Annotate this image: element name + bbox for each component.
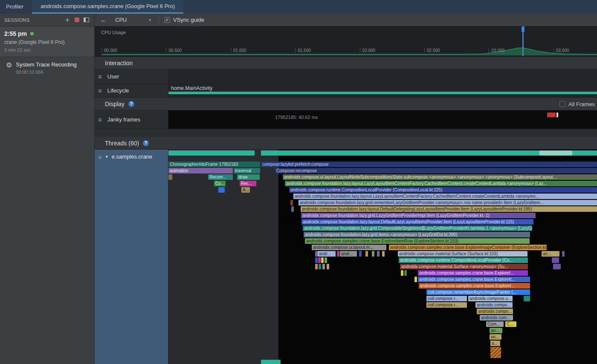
trace-span[interactable] <box>322 264 325 269</box>
trace-span[interactable]: androidx.compo... <box>475 302 513 308</box>
help-icon[interactable]: ? <box>128 101 134 107</box>
trace-span[interactable]: compose:lazylist:prefetch:compose <box>261 162 597 167</box>
trace-span[interactable] <box>321 257 324 263</box>
janky-frame-segment[interactable] <box>547 113 556 117</box>
trace-span[interactable] <box>524 296 530 301</box>
trace-span[interactable] <box>382 251 385 257</box>
drag-handle-icon[interactable]: ≡ <box>98 73 102 80</box>
trace-span[interactable] <box>539 150 572 156</box>
trace-span[interactable]: an... <box>490 328 502 333</box>
trace-span[interactable]: a... <box>490 341 500 346</box>
trace-span[interactable]: androidx.compose.u... <box>468 296 513 301</box>
trace-span[interactable]: andr... <box>318 251 336 257</box>
trace-span[interactable] <box>261 360 281 364</box>
trace-span[interactable] <box>372 251 374 257</box>
trace-span[interactable]: androidx.compose.foundation.lazy.layout.… <box>301 219 533 225</box>
flame-chart[interactable]: Choreographer#doFrame 17952183compose:la… <box>168 150 597 364</box>
trace-span[interactable]: androidx.compose.foundation.lazy.layout.… <box>301 206 597 212</box>
trace-span[interactable]: andr... <box>340 251 357 257</box>
drag-handle-icon[interactable]: ≡ <box>98 87 102 94</box>
trace-span[interactable]: traversal <box>234 168 260 173</box>
trace-span[interactable]: an... <box>542 251 559 257</box>
trace-span[interactable]: androidx.compo... <box>477 309 513 314</box>
collapse-thread-icon[interactable]: ▼ <box>105 155 109 159</box>
trace-span[interactable]: C... <box>505 321 516 327</box>
trace-span[interactable]: androidx.compose.runtime.CompositionLoca… <box>289 187 597 193</box>
trace-span[interactable] <box>490 347 501 358</box>
session-tab[interactable]: androidx.compose.samples.crane (Google P… <box>32 0 183 14</box>
trace-span[interactable] <box>562 251 565 257</box>
trace-span[interactable]: androidx.compose.runtime.CompositionLoca… <box>399 257 528 263</box>
vsync-guide-checkbox[interactable]: ✓ VSync guide <box>164 17 204 23</box>
trace-span[interactable]: androidx.compose.foundation.lazy.layout.… <box>285 181 597 186</box>
janky-frame-segment[interactable] <box>556 113 558 117</box>
trace-span[interactable]: A... <box>241 187 250 193</box>
trace-span[interactable]: androidx.compose.material.Surface.<anony… <box>400 264 528 269</box>
recording-item[interactable]: ⚙ System Trace Recording 00:00:10.656 <box>0 57 94 79</box>
trace-span[interactable]: Co... <box>214 181 226 186</box>
thread-row-header[interactable]: ≡ ▼ e.samples.crane <box>95 150 168 364</box>
trace-span[interactable] <box>552 257 559 263</box>
trace-span[interactable]: androidx.compose.foundation.lazy.grid.it… <box>304 232 530 237</box>
trace-span[interactable]: androidx.compose.samples.crane.base.Expl… <box>419 283 530 289</box>
trace-span[interactable]: androidx.compose.samples.crane.base.Expl… <box>418 277 530 282</box>
lifecycle-activity-bar[interactable] <box>168 92 597 94</box>
trace-span[interactable]: androidx.compose.foundation.lazy.grid.re… <box>298 200 597 205</box>
trace-span[interactable] <box>290 200 293 205</box>
trace-span[interactable]: androidx.com... <box>480 315 513 321</box>
trace-span[interactable] <box>168 150 255 156</box>
trace-span[interactable] <box>365 251 368 257</box>
trace-span[interactable] <box>315 264 318 269</box>
back-arrow-button[interactable]: ← <box>99 15 108 25</box>
trace-span[interactable]: androidx.compose.samples.crane.base.Expl… <box>418 270 528 276</box>
trace-span[interactable] <box>261 150 539 156</box>
trace-span[interactable] <box>291 206 294 212</box>
trace-span[interactable] <box>337 251 339 257</box>
trace-span[interactable] <box>414 277 417 282</box>
trace-span[interactable] <box>218 187 225 193</box>
trace-span[interactable]: androidx.compose.foundation.lazy.grid.La… <box>301 213 536 218</box>
trace-span[interactable]: androidx.compose.foundation.lazy.grid.Co… <box>303 225 532 231</box>
trace-span[interactable] <box>401 270 403 276</box>
trace-span[interactable] <box>318 257 321 263</box>
janky-frames-track[interactable]: 17952185: 40.62 ms <box>168 110 597 129</box>
trace-span[interactable]: androidx.compose.samples.crane.base.Expl… <box>389 245 547 250</box>
trace-span[interactable] <box>377 251 380 257</box>
trace-span[interactable] <box>553 264 561 269</box>
trace-span[interactable] <box>315 257 318 263</box>
collapse-panel-icon[interactable] <box>81 15 91 25</box>
help-icon[interactable]: ? <box>143 140 149 146</box>
trace-span[interactable]: Recom... <box>208 174 233 180</box>
trace-span[interactable] <box>359 251 362 257</box>
trace-span[interactable]: an... <box>490 334 501 340</box>
lifecycle-track[interactable]: home.MainActivity <box>168 84 597 97</box>
profiler-type-dropdown[interactable]: CPU ▾ <box>113 17 154 23</box>
session-entry[interactable]: 2:55 pm crane (Google Pixel 6 Pro) 3 min… <box>0 26 94 57</box>
trace-span[interactable]: Choreographer#doFrame 17952183 <box>168 162 260 167</box>
trace-span[interactable]: animation <box>168 168 233 173</box>
trace-span[interactable]: coil.compose.rememberAsyncImagePainter (… <box>426 289 530 295</box>
trace-span[interactable]: androidx.compose.ui.layout.LayoutNodeSub… <box>283 174 597 180</box>
cpu-timeline[interactable]: CPU Usage 00.00000.50001.00001.50002.000… <box>95 26 597 57</box>
trace-span[interactable]: coil.compose.r... <box>426 302 467 308</box>
trace-span[interactable]: androidx.compose.material.Surface (Surfa… <box>398 251 527 257</box>
trace-span[interactable] <box>572 150 597 156</box>
trace-span[interactable]: coil.compose.r... <box>426 296 467 301</box>
user-track[interactable] <box>168 69 597 84</box>
trace-span[interactable] <box>325 257 327 263</box>
trace-span[interactable]: androidx.compose.foundation.lazy.layout.… <box>293 194 597 199</box>
trace-span[interactable]: Compose:recompose <box>275 168 597 173</box>
trace-span[interactable]: Rec... <box>240 181 256 186</box>
drag-handle-icon[interactable]: ≡ <box>98 153 102 161</box>
trace-span[interactable] <box>404 270 407 276</box>
trace-span[interactable]: Com... <box>486 321 504 327</box>
trace-span[interactable]: androidx.compose.ui.layout.m... <box>312 245 386 250</box>
stop-recording-button[interactable] <box>72 15 81 25</box>
trace-span[interactable] <box>319 264 321 269</box>
trace-span[interactable] <box>168 174 172 180</box>
all-frames-checkbox[interactable]: ✓ All Frames <box>559 98 597 110</box>
trace-span[interactable]: androidx.compose.samples.crane.base.Expl… <box>305 238 530 244</box>
drag-handle-icon[interactable]: ≡ <box>98 116 102 123</box>
trace-span[interactable] <box>327 264 329 269</box>
new-session-plus-icon[interactable]: + <box>63 15 72 25</box>
